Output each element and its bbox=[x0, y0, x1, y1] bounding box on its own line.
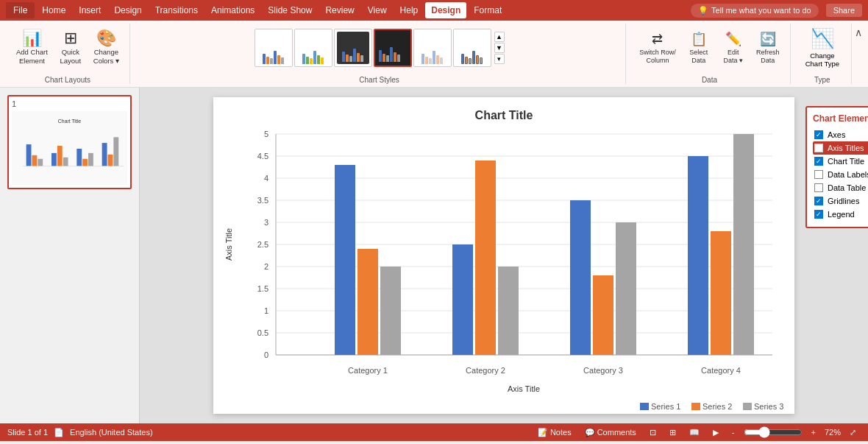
file-menu[interactable]: File bbox=[6, 2, 35, 18]
main-area: 1 Chart Title bbox=[0, 88, 868, 423]
bar-cat2-s2 bbox=[475, 161, 496, 355]
zoom-level: 72% bbox=[825, 428, 841, 437]
status-bar: Slide 1 of 1 📄 English (United States) 📝… bbox=[0, 423, 868, 441]
ce-data-table-checkbox[interactable] bbox=[814, 183, 823, 192]
chart-style-thumbnails: ▲ ▼ ▾ bbox=[255, 24, 505, 71]
svg-rect-4 bbox=[51, 153, 57, 166]
chart-style-1[interactable] bbox=[255, 29, 293, 67]
menu-bar: File Home Insert Design Transitions Anim… bbox=[0, 0, 868, 21]
chart-layout-buttons: 📊 Add ChartElement ⊞ QuickLayout 🎨 Chang… bbox=[12, 24, 124, 71]
svg-text:Category 3: Category 3 bbox=[583, 366, 623, 375]
svg-rect-10 bbox=[102, 143, 107, 166]
svg-text:Series 2: Series 2 bbox=[702, 402, 732, 411]
menu-insert[interactable]: Insert bbox=[73, 2, 107, 18]
view-normal-btn[interactable]: ⊡ bbox=[645, 427, 661, 438]
style-scroll-up[interactable]: ▲ bbox=[494, 32, 505, 42]
chart-style-3[interactable] bbox=[334, 29, 372, 67]
svg-rect-1 bbox=[26, 144, 32, 166]
style-scroll-more[interactable]: ▾ bbox=[494, 54, 505, 64]
slide-panel: 1 Chart Title bbox=[0, 88, 140, 423]
bar-cat3-s2 bbox=[593, 275, 613, 355]
ce-data-labels-checkbox[interactable] bbox=[814, 170, 823, 179]
chart-style-2[interactable] bbox=[294, 29, 332, 67]
notes-button[interactable]: 📝 Notes bbox=[533, 427, 576, 438]
style-scroll: ▲ ▼ ▾ bbox=[494, 32, 505, 64]
ce-axes-label: Axes bbox=[828, 130, 845, 139]
bar-cat4-s2 bbox=[711, 231, 731, 355]
ce-legend[interactable]: ✓ Legend bbox=[813, 208, 868, 221]
change-colors-icon: 🎨 bbox=[96, 30, 116, 46]
chart-elements-title: Chart Elements bbox=[813, 113, 868, 124]
select-data-label: SelectData bbox=[689, 49, 708, 65]
menu-view[interactable]: View bbox=[362, 2, 393, 18]
edit-data-button[interactable]: ✏️ EditData ▾ bbox=[717, 27, 750, 69]
zoom-in-btn[interactable]: + bbox=[807, 427, 820, 437]
menu-format[interactable]: Format bbox=[468, 2, 508, 18]
zoom-out-btn[interactable]: - bbox=[728, 427, 739, 437]
ce-axis-titles-checkbox[interactable]: ✓ bbox=[814, 144, 823, 152]
presentation-notes-icon: 📄 bbox=[54, 428, 64, 437]
chart-style-4[interactable] bbox=[374, 29, 412, 67]
menu-chart-design[interactable]: Design bbox=[425, 2, 466, 18]
view-slide-sorter-btn[interactable]: ⊞ bbox=[665, 427, 680, 438]
ce-chart-title-checkbox[interactable]: ✓ bbox=[814, 157, 823, 166]
ce-axes-checkbox[interactable]: ✓ bbox=[814, 130, 823, 139]
menu-home[interactable]: Home bbox=[36, 2, 71, 18]
chart-styles-label: Chart Styles bbox=[359, 73, 399, 84]
switch-row-column-button[interactable]: ⇄ Switch Row/Column bbox=[635, 27, 680, 69]
tell-me-box[interactable]: 💡 Tell me what you want to do bbox=[691, 4, 819, 18]
refresh-data-button[interactable]: 🔄 RefreshData bbox=[752, 27, 784, 69]
svg-rect-9 bbox=[88, 153, 93, 166]
data-group-label: Data bbox=[702, 73, 717, 84]
change-chart-type-button[interactable]: 📉 ChangeChart Type bbox=[800, 24, 845, 71]
ce-gridlines-label: Gridlines bbox=[828, 197, 859, 205]
fit-window-btn[interactable]: ⤢ bbox=[845, 427, 861, 438]
menu-help[interactable]: Help bbox=[394, 2, 424, 18]
svg-rect-3 bbox=[38, 159, 43, 166]
svg-text:5: 5 bbox=[264, 130, 268, 138]
change-colors-button[interactable]: 🎨 ChangeColors ▾ bbox=[89, 26, 124, 70]
chart-style-6[interactable] bbox=[453, 29, 491, 67]
add-chart-icon: 📊 bbox=[22, 30, 42, 46]
style-scroll-down[interactable]: ▼ bbox=[494, 43, 505, 53]
ce-data-labels[interactable]: Data Labels bbox=[813, 168, 868, 181]
ce-data-table[interactable]: Data Table bbox=[813, 181, 868, 194]
ce-data-table-label: Data Table bbox=[828, 183, 866, 192]
svg-text:2.5: 2.5 bbox=[257, 240, 268, 249]
select-data-button[interactable]: 📋 SelectData bbox=[683, 27, 715, 69]
slide-1-thumbnail[interactable]: 1 Chart Title bbox=[7, 95, 132, 189]
menu-design[interactable]: Design bbox=[108, 2, 147, 18]
svg-rect-48 bbox=[743, 403, 752, 410]
share-button[interactable]: Share bbox=[826, 4, 862, 17]
view-reading-btn[interactable]: 📖 bbox=[685, 427, 704, 438]
menu-animations[interactable]: Animations bbox=[205, 2, 260, 18]
ce-legend-checkbox[interactable]: ✓ bbox=[814, 210, 823, 219]
svg-text:4: 4 bbox=[264, 174, 268, 183]
menu-slideshow[interactable]: Slide Show bbox=[262, 2, 318, 18]
bar-cat3-s3 bbox=[616, 222, 636, 355]
ce-axis-titles[interactable]: ✓ Axis Titles › bbox=[813, 141, 868, 155]
comments-icon: 💬 bbox=[585, 428, 595, 437]
add-chart-element-button[interactable]: 📊 Add ChartElement bbox=[12, 26, 52, 70]
ce-gridlines-checkbox[interactable]: ✓ bbox=[814, 197, 823, 205]
svg-text:2: 2 bbox=[264, 262, 268, 271]
bar-cat1-s3 bbox=[380, 267, 401, 355]
ce-chart-title[interactable]: ✓ Chart Title bbox=[813, 155, 868, 168]
ce-axis-titles-label: Axis Titles bbox=[828, 144, 864, 152]
chart-elements-panel: Chart Elements ✓ Axes ✓ Axis Titles › ✓ … bbox=[805, 106, 868, 228]
comments-button[interactable]: 💬 Comments bbox=[580, 427, 641, 438]
svg-text:Category 4: Category 4 bbox=[701, 366, 741, 375]
ce-data-labels-label: Data Labels bbox=[828, 170, 868, 179]
ce-gridlines[interactable]: ✓ Gridlines bbox=[813, 194, 868, 208]
type-group-label: Type bbox=[814, 73, 830, 84]
ribbon-collapse-button[interactable]: ∧ bbox=[855, 27, 862, 38]
zoom-slider[interactable] bbox=[744, 426, 803, 438]
chart-style-5[interactable] bbox=[413, 29, 452, 67]
menu-transitions[interactable]: Transitions bbox=[149, 2, 204, 18]
slide-canvas: Chart Title 0 0.5 1 1.5 2 bbox=[213, 97, 794, 414]
ce-axes[interactable]: ✓ Axes bbox=[813, 128, 868, 141]
quick-layout-button[interactable]: ⊞ QuickLayout bbox=[54, 26, 87, 70]
view-slideshow-btn[interactable]: ▶ bbox=[708, 427, 723, 438]
svg-rect-11 bbox=[108, 155, 113, 166]
menu-review[interactable]: Review bbox=[319, 2, 360, 18]
